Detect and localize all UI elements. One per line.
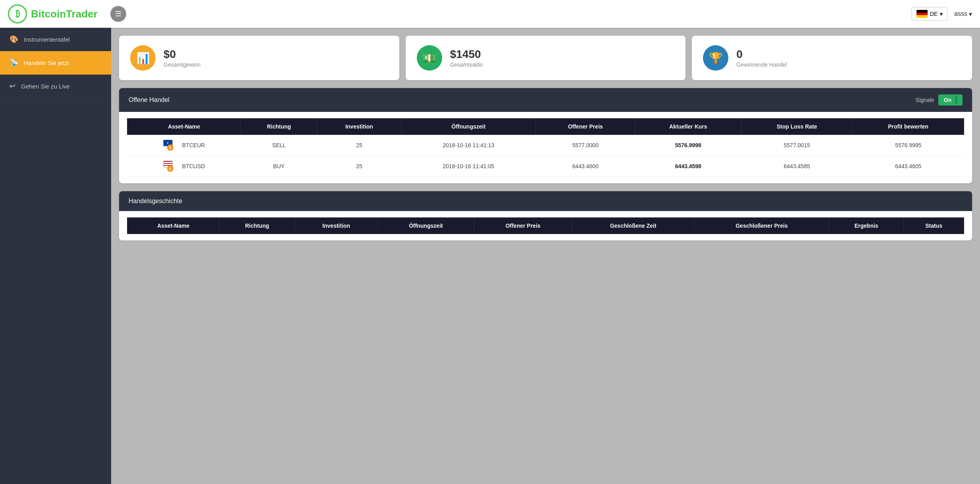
open-trades-thead: Asset-Name Richtung Investition Öffnungs… — [127, 119, 964, 135]
wifi-icon: 📡 — [10, 58, 18, 67]
hist-col-investition: Investition — [295, 218, 377, 234]
row-stop-loss-1: 6443.4585 — [741, 156, 853, 177]
col-investition: Investition — [317, 119, 401, 135]
logo-text: BitcoinTrader — [31, 8, 98, 20]
signals-toggle[interactable]: Signale On — [916, 94, 963, 106]
signals-label: Signale — [916, 97, 934, 103]
open-trades-table: Asset-Name Richtung Investition Öffnungs… — [127, 118, 964, 177]
stat-card-balance: 💵 $1450 Gesamtsaldo — [406, 36, 686, 80]
row-opening-time-0: 2018-10-16 11:41:13 — [401, 135, 536, 156]
open-trades-header: Offene Handel Signale On — [119, 88, 972, 112]
profit-value: $0 — [164, 48, 200, 61]
hist-col-geschlossene-zeit: Geschloßene Zeit — [572, 218, 694, 234]
trade-history-table: Asset-Name Richtung Investition Öffnungs… — [127, 217, 964, 234]
row-direction-1: BUY — [241, 156, 317, 177]
trade-history-header-row: Asset-Name Richtung Investition Öffnungs… — [127, 218, 964, 234]
user-menu[interactable]: asss ▾ — [954, 10, 972, 18]
row-opening-time-1: 2018-10-16 11:41:05 — [401, 156, 536, 177]
lang-chevron-icon: ▾ — [940, 11, 943, 17]
row-asset-btceur: ★ ₿ BTCEUR — [127, 135, 241, 156]
balance-value: $1450 — [450, 48, 483, 61]
profit-label: Gesamtgewinn — [164, 61, 200, 68]
col-profit: Profit bewerten — [853, 119, 964, 135]
row-investment-1: 25 — [317, 156, 401, 177]
row-current-rate-0: 5576.9998 — [635, 135, 741, 156]
open-trades-title: Offene Handel — [129, 96, 169, 104]
profit-icon: 📊 — [130, 45, 156, 71]
sidebar-item-live[interactable]: ↩ Gehen Sie zu Live — [0, 75, 111, 98]
trade-history-title: Handelsgeschichte — [129, 198, 182, 205]
table-row: ₿ BTCUSD BUY 25 2018-10-16 11:41:05 6443… — [127, 156, 964, 177]
main-content: 📊 $0 Gesamtgewinn 💵 $1450 Gesamtsaldo 🏆 … — [111, 28, 980, 484]
btcusd-flags: ₿ — [163, 161, 179, 172]
app-header: ₿ BitcoinTrader ☰ DE ▾ asss ▾ — [0, 0, 980, 28]
btceur-flags: ★ ₿ — [163, 140, 179, 151]
toggle-bar-icon — [955, 96, 957, 104]
trade-history-table-container: Asset-Name Richtung Investition Öffnungs… — [119, 211, 972, 240]
sidebar: 🎨 Instrumententafel 📡 Handeln Sie jetzt … — [0, 28, 111, 484]
user-chevron-icon: ▾ — [969, 10, 972, 18]
username-label: asss — [954, 10, 967, 17]
logo: ₿ BitcoinTrader — [8, 4, 98, 23]
asset-name-btcusd: BTCUSD — [182, 163, 205, 169]
menu-button[interactable]: ☰ — [110, 6, 126, 22]
hist-col-status: Status — [904, 218, 964, 234]
open-trades-tbody: ★ ₿ BTCEUR SELL 25 2018-10-16 11:41:13 5… — [127, 135, 964, 177]
language-selector[interactable]: DE ▾ — [911, 7, 948, 21]
col-richtung: Richtung — [241, 119, 317, 135]
sidebar-item-label: Gehen Sie zu Live — [21, 83, 70, 90]
open-trades-header-row: Asset-Name Richtung Investition Öffnungs… — [127, 119, 964, 135]
row-open-price-1: 6443.4600 — [536, 156, 635, 177]
row-asset-btcusd: ₿ BTCUSD — [127, 156, 241, 177]
row-investment-0: 25 — [317, 135, 401, 156]
bitcoin-icon: ₿ — [167, 144, 173, 151]
main-layout: 🎨 Instrumententafel 📡 Handeln Sie jetzt … — [0, 28, 980, 484]
asset-cell-btceur: ★ ₿ BTCEUR — [133, 140, 235, 151]
hist-col-offener-preis: Offener Preis — [474, 218, 572, 234]
back-icon: ↩ — [10, 82, 15, 90]
row-profit-0: 5576.9995 — [853, 135, 964, 156]
open-trades-panel: Offene Handel Signale On Asset-Name Rich… — [119, 88, 972, 183]
balance-label: Gesamtsaldo — [450, 61, 483, 68]
toggle-on-button[interactable]: On — [938, 94, 963, 106]
open-trades-table-container: Asset-Name Richtung Investition Öffnungs… — [119, 112, 972, 183]
toggle-on-label: On — [944, 97, 951, 103]
row-profit-1: 6443.4605 — [853, 156, 964, 177]
hist-col-geschlossener-preis: Geschloßener Preis — [694, 218, 829, 234]
trade-history-panel: Handelsgeschichte Asset-Name Richtung In… — [119, 191, 972, 240]
hist-col-ergebnis: Ergebnis — [829, 218, 904, 234]
hist-col-asset: Asset-Name — [127, 218, 219, 234]
row-current-rate-1: 6443.4598 — [635, 156, 741, 177]
trade-history-thead: Asset-Name Richtung Investition Öffnungs… — [127, 218, 964, 234]
bitcoin-icon: ₿ — [167, 165, 173, 172]
col-aktueller-kurs: Aktueller Kurs — [635, 119, 741, 135]
logo-icon: ₿ — [8, 4, 27, 23]
sidebar-item-instrumententafel[interactable]: 🎨 Instrumententafel — [0, 28, 111, 51]
table-row: ★ ₿ BTCEUR SELL 25 2018-10-16 11:41:13 5… — [127, 135, 964, 156]
balance-info: $1450 Gesamtsaldo — [450, 48, 483, 68]
trade-history-header: Handelsgeschichte — [119, 191, 972, 211]
asset-name-btceur: BTCEUR — [182, 142, 205, 148]
col-stop-loss: Stop Loss Rate — [741, 119, 853, 135]
balance-icon: 💵 — [417, 45, 442, 71]
profit-info: $0 Gesamtgewinn — [164, 48, 200, 68]
col-offener-preis: Offener Preis — [536, 119, 635, 135]
palette-icon: 🎨 — [10, 35, 18, 44]
stats-row: 📊 $0 Gesamtgewinn 💵 $1450 Gesamtsaldo 🏆 … — [119, 36, 972, 80]
hist-col-oeffnungszeit: Öffnungszeit — [378, 218, 474, 234]
winning-info: 0 Gewinnende Handel — [736, 48, 787, 68]
row-stop-loss-0: 5577.0015 — [741, 135, 853, 156]
asset-cell-btcusd: ₿ BTCUSD — [133, 161, 235, 172]
sidebar-item-label: Handeln Sie jetzt — [24, 60, 69, 66]
col-oeffnungszeit: Öffnungszeit — [401, 119, 536, 135]
winning-icon: 🏆 — [703, 45, 728, 71]
hist-col-richtung: Richtung — [219, 218, 295, 234]
flag-de-icon — [916, 10, 928, 18]
sidebar-item-handeln[interactable]: 📡 Handeln Sie jetzt — [0, 51, 111, 75]
winning-value: 0 — [736, 48, 787, 61]
stat-card-winning: 🏆 0 Gewinnende Handel — [692, 36, 972, 80]
row-open-price-0: 5577.0000 — [536, 135, 635, 156]
header-right: DE ▾ asss ▾ — [911, 7, 972, 21]
lang-label: DE — [930, 11, 938, 17]
row-direction-0: SELL — [241, 135, 317, 156]
